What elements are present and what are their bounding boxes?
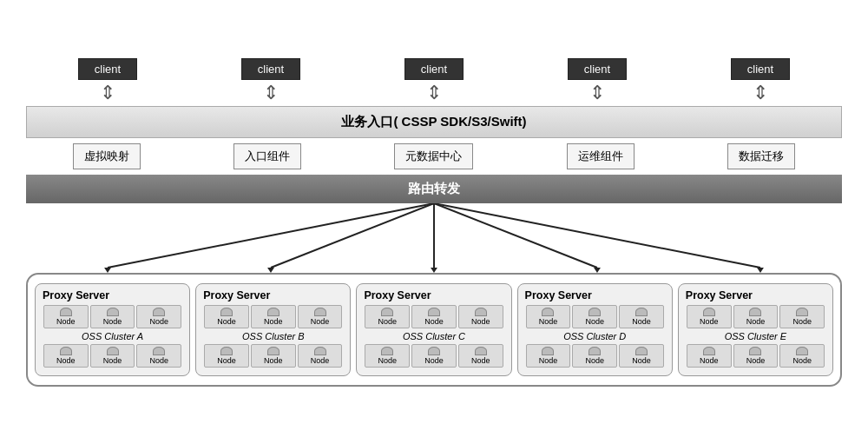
- cluster-e: Proxy Server Node Node Node OSS Cluster …: [678, 283, 833, 376]
- node-e2: Node: [733, 305, 779, 328]
- nodes-top-c: Node Node Node: [364, 305, 503, 328]
- node-a5: Node: [90, 344, 135, 368]
- routing-arrows: [26, 203, 842, 273]
- proxy-label-e: Proxy Server: [686, 289, 825, 302]
- client-2: client: [241, 58, 300, 80]
- svg-line-4: [434, 203, 760, 268]
- diagram: client client client client client ⇕ ⇕ ⇕…: [17, 50, 851, 395]
- proxy-label-a: Proxy Server: [43, 289, 182, 302]
- node-b3: Node: [298, 305, 343, 328]
- nodes-bot-b: Node Node Node: [203, 344, 343, 368]
- node-a1: Node: [43, 305, 89, 328]
- arrow-2: ⇕: [245, 83, 297, 103]
- node-b6: Node: [298, 344, 343, 368]
- node-a3: Node: [136, 305, 181, 328]
- node-d2: Node: [572, 305, 617, 328]
- node-a4: Node: [43, 344, 89, 368]
- svg-line-0: [108, 203, 434, 268]
- arrow-1: ⇕: [82, 83, 134, 103]
- clusters-outer: Proxy Server Node Node Node OSS Cluster …: [26, 273, 842, 387]
- cluster-c: Proxy Server Node Node Node OSS Cluster …: [356, 283, 511, 376]
- nodes-bot-d: Node Node Node: [525, 344, 665, 368]
- node-d3: Node: [619, 305, 664, 328]
- component-meta: 元数据中心: [394, 143, 473, 169]
- node-b2: Node: [251, 305, 296, 328]
- nodes-top-b: Node Node Node: [203, 305, 343, 328]
- arrow-3: ⇕: [408, 83, 460, 103]
- svg-marker-8: [594, 268, 601, 273]
- node-e1: Node: [687, 305, 732, 328]
- svg-marker-9: [757, 268, 764, 273]
- svg-marker-5: [104, 268, 111, 273]
- node-b4: Node: [204, 344, 249, 368]
- components-row: 虚拟映射 入口组件 元数据中心 运维组件 数据迁移: [26, 143, 842, 169]
- node-c3: Node: [458, 305, 503, 328]
- node-e6: Node: [779, 344, 825, 368]
- svg-marker-6: [267, 268, 274, 273]
- svg-line-3: [434, 203, 597, 268]
- proxy-label-c: Proxy Server: [364, 289, 503, 302]
- node-c4: Node: [365, 344, 410, 368]
- node-b1: Node: [204, 305, 249, 328]
- nodes-bot-c: Node Node Node: [364, 344, 503, 368]
- svg-marker-7: [431, 268, 437, 273]
- arrows-row: ⇕ ⇕ ⇕ ⇕ ⇕: [26, 83, 842, 103]
- node-d6: Node: [619, 344, 664, 368]
- arrow-5: ⇕: [734, 83, 786, 103]
- node-d1: Node: [526, 305, 571, 328]
- nodes-bot-e: Node Node Node: [686, 344, 825, 368]
- node-b5: Node: [251, 344, 296, 368]
- component-entry: 入口组件: [233, 143, 301, 169]
- clients-row: client client client client client: [26, 58, 842, 80]
- cluster-label-b: OSS Cluster B: [203, 331, 343, 341]
- client-1: client: [78, 58, 137, 80]
- node-d4: Node: [526, 344, 571, 368]
- client-5: client: [731, 58, 790, 80]
- cluster-b: Proxy Server Node Node Node OSS Cluster …: [195, 283, 351, 376]
- node-e3: Node: [779, 305, 825, 328]
- svg-line-1: [271, 203, 434, 268]
- cluster-d: Proxy Server Node Node Node OSS Cluster …: [517, 283, 673, 376]
- node-e4: Node: [687, 344, 732, 368]
- client-4: client: [568, 58, 627, 80]
- node-a2: Node: [90, 305, 135, 328]
- node-c2: Node: [411, 305, 457, 328]
- cluster-a: Proxy Server Node Node Node OSS Cluster …: [35, 283, 190, 376]
- component-ops: 运维组件: [567, 143, 635, 169]
- node-a6: Node: [136, 344, 181, 368]
- proxy-label-d: Proxy Server: [525, 289, 665, 302]
- arrow-4: ⇕: [571, 83, 623, 103]
- node-d5: Node: [572, 344, 617, 368]
- cluster-label-a: OSS Cluster A: [43, 331, 182, 341]
- nodes-bot-a: Node Node Node: [43, 344, 182, 368]
- client-3: client: [404, 58, 464, 80]
- node-e5: Node: [733, 344, 779, 368]
- node-c1: Node: [365, 305, 410, 328]
- routing-bar: 路由转发: [26, 175, 842, 203]
- component-virtual: 虚拟映射: [73, 143, 141, 169]
- cluster-label-d: OSS Cluster D: [525, 331, 665, 341]
- node-c6: Node: [458, 344, 503, 368]
- proxy-label-b: Proxy Server: [203, 289, 343, 302]
- component-migrate: 数据迁移: [727, 143, 795, 169]
- nodes-top-a: Node Node Node: [43, 305, 182, 328]
- nodes-top-d: Node Node Node: [525, 305, 665, 328]
- node-c5: Node: [411, 344, 457, 368]
- nodes-top-e: Node Node Node: [686, 305, 825, 328]
- cluster-label-c: OSS Cluster C: [364, 331, 503, 341]
- cluster-label-e: OSS Cluster E: [686, 331, 825, 341]
- business-bar: 业务入口( CSSP SDK/S3/Swift): [26, 106, 842, 138]
